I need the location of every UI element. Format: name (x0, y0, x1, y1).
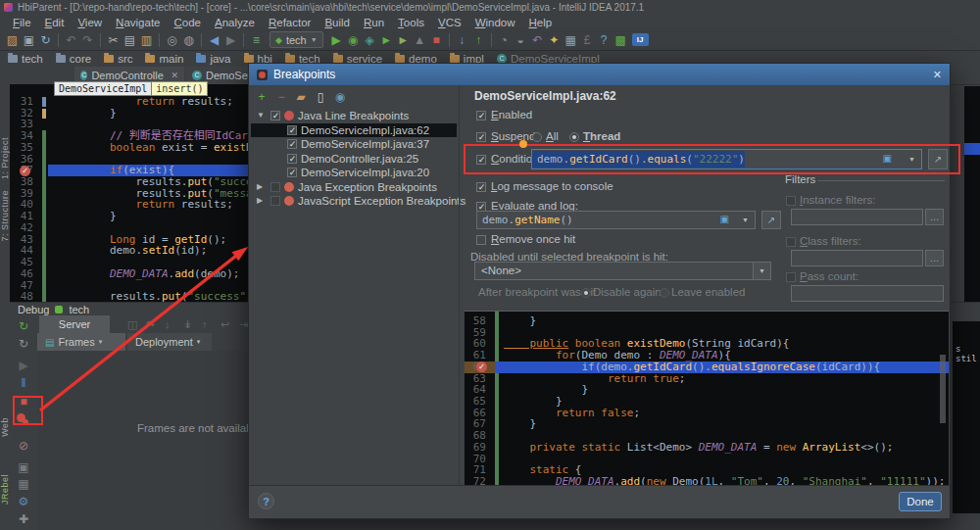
suspend-all-radio[interactable] (532, 132, 542, 142)
breakpoint-item-demoserviceimpl-java-37[interactable]: DemoServiceImpl.java:37 (251, 137, 457, 151)
dialog-title-bar[interactable]: Breakpoints ✕ (249, 64, 950, 85)
cut-icon[interactable]: ✂ (105, 30, 122, 50)
coverage-icon[interactable]: ◈ (362, 30, 378, 50)
structure-icon[interactable]: ▦ (563, 30, 579, 50)
breadcrumb-item-core[interactable]: core (56, 53, 91, 65)
refresh-icon[interactable]: ↻ (10, 337, 37, 351)
debug-icon[interactable]: ◉ (345, 30, 362, 50)
profile-icon[interactable]: ► (378, 30, 395, 50)
breakpoint-item-democontroller-java-25[interactable]: DemoController.java:25 (251, 152, 457, 166)
breadcrumb-item-main[interactable]: main (145, 53, 183, 65)
evaluate-history-icon[interactable]: ▼ (742, 217, 749, 223)
remove-icon[interactable]: − (274, 90, 288, 104)
debug-step-tool-icon[interactable]: ⇥ (239, 315, 248, 333)
breakpoint-item-demoserviceimpl-java-62[interactable]: DemoServiceImpl.java:62 (251, 123, 457, 137)
save-icon[interactable]: ▣ (21, 30, 37, 50)
close-icon[interactable]: ✕ (171, 71, 178, 80)
rerun-icon[interactable]: ↻ (10, 319, 37, 333)
enabled-checkbox[interactable] (476, 111, 486, 120)
debug-step-tool-icon[interactable]: ↑ (202, 315, 208, 333)
breakpoint-checkbox[interactable] (270, 111, 280, 120)
pass-count-checkbox[interactable] (786, 272, 796, 282)
breadcrumb-item-tech[interactable]: tech (8, 53, 43, 65)
stop-icon[interactable]: ■ (10, 395, 37, 409)
sidebar-item-project[interactable]: 1: Project (0, 137, 10, 179)
instance-filters-checkbox[interactable] (786, 196, 796, 206)
debug-step-tool-icon[interactable]: ↷ (146, 315, 155, 333)
scrollbar[interactable] (940, 355, 946, 423)
pass-count-input[interactable] (791, 285, 944, 302)
menu-view[interactable]: View (71, 17, 109, 28)
menu-build[interactable]: Build (318, 17, 357, 28)
menu-run[interactable]: Run (357, 17, 391, 28)
settings-icon[interactable]: ⚙ (10, 495, 37, 508)
sidebar-item-web[interactable]: Web (0, 417, 10, 437)
compile-icon[interactable]: ≡ (248, 30, 265, 50)
debug-step-tool-icon[interactable]: ↓ (165, 315, 171, 333)
debug-step-tool-icon[interactable]: ↩ (220, 315, 229, 333)
tool-icon[interactable]: ▲ (412, 30, 428, 50)
stop-icon[interactable]: ■ (428, 30, 445, 50)
breakpoint-checkbox[interactable] (287, 139, 297, 149)
expand-editor-button[interactable]: ↗ (928, 149, 948, 169)
menu-analyze[interactable]: Analyze (208, 17, 262, 28)
pin-icon[interactable]: ✚ (10, 512, 37, 526)
redo-icon[interactable]: ↷ (79, 30, 96, 50)
undo-icon[interactable]: ↶ (63, 30, 79, 50)
evaluate-input[interactable]: demo.getName() ▣ ▼ (476, 211, 756, 229)
breakpoint-checkbox[interactable] (287, 154, 297, 164)
disable-again-radio[interactable] (581, 288, 591, 298)
menu-tools[interactable]: Tools (391, 17, 431, 28)
suspend-thread-radio[interactable] (569, 132, 579, 142)
tab-deployment[interactable]: Deployment▾ (127, 333, 212, 351)
tab-frames[interactable]: ▤ Frames▾ (37, 333, 125, 351)
help-icon[interactable]: ? (596, 30, 612, 50)
chevron-down-icon[interactable]: ▼ (257, 111, 265, 120)
log-message-checkbox[interactable] (476, 182, 486, 192)
intent-icon[interactable]: ✦ (546, 30, 563, 50)
chevron-right-icon[interactable]: ▶ (257, 182, 263, 191)
sidebar-item-favorites[interactable]: 2: Favorites (0, 525, 10, 530)
chevron-right-icon[interactable]: ▶ (257, 196, 263, 205)
ij-icon[interactable]: IJ (632, 33, 649, 46)
close-icon[interactable]: ✕ (933, 69, 942, 81)
breakpoint-item-java-exception-breakpoints[interactable]: ▶Java Exception Breakpoints (251, 180, 457, 194)
attach-icon[interactable]: ► (395, 30, 412, 50)
leave-enabled-radio[interactable] (660, 288, 669, 298)
menu-refactor[interactable]: Refactor (262, 17, 318, 28)
menu-help[interactable]: Help (522, 17, 560, 28)
run-config-selector[interactable]: ◆tech▼ (270, 31, 323, 48)
groupby-icon[interactable]: ◉ (333, 90, 347, 104)
restore-layout-icon[interactable]: ▣ (10, 460, 37, 474)
mute-breakpoints-icon[interactable]: ⊘ (10, 439, 37, 453)
class-filters-input[interactable] (791, 250, 923, 266)
condition-checkbox[interactable] (476, 155, 486, 165)
paste-icon[interactable]: ▥ (138, 30, 155, 50)
pause-icon[interactable]: ‖ (10, 376, 37, 390)
instance-filters-input[interactable] (791, 209, 923, 225)
help-button[interactable]: ? (258, 493, 274, 509)
menu-code[interactable]: Code (168, 17, 209, 28)
open-icon[interactable]: ▨ (4, 30, 21, 50)
breakpoint-checkbox[interactable] (270, 196, 280, 206)
debug-step-tool-icon[interactable]: ↡ (183, 315, 192, 333)
debug-session-tab[interactable]: tech (69, 304, 89, 315)
replace-icon[interactable]: ◍ (180, 30, 197, 50)
breadcrumb-item-java[interactable]: java (196, 53, 230, 65)
condition-input[interactable]: demo.getIdCard().equals("22222") ▣ ▼ (531, 149, 922, 169)
view-breakpoints-icon[interactable] (10, 411, 37, 427)
breadcrumb-item-src[interactable]: src (104, 53, 132, 65)
debug-step-tool-icon[interactable]: ◫ (127, 315, 137, 333)
instance-filters-browse-button[interactable]: … (925, 209, 944, 225)
chevron-down-icon[interactable]: ▼ (753, 263, 770, 279)
forward-icon[interactable]: ▶ (222, 30, 239, 50)
pane-divider[interactable] (459, 85, 460, 488)
breakpoint-checkbox[interactable] (287, 125, 297, 135)
disabled-until-select[interactable]: <None> ▼ (474, 262, 771, 280)
sync-icon[interactable]: ↻ (37, 30, 54, 50)
tab-server[interactable]: Server (39, 315, 110, 333)
group-icon[interactable]: ▰ (294, 90, 308, 104)
sidebar-item-jrebel[interactable]: JRebel (0, 474, 10, 505)
run-icon[interactable]: ▶ (328, 30, 345, 50)
menu-file[interactable]: File (6, 17, 38, 28)
